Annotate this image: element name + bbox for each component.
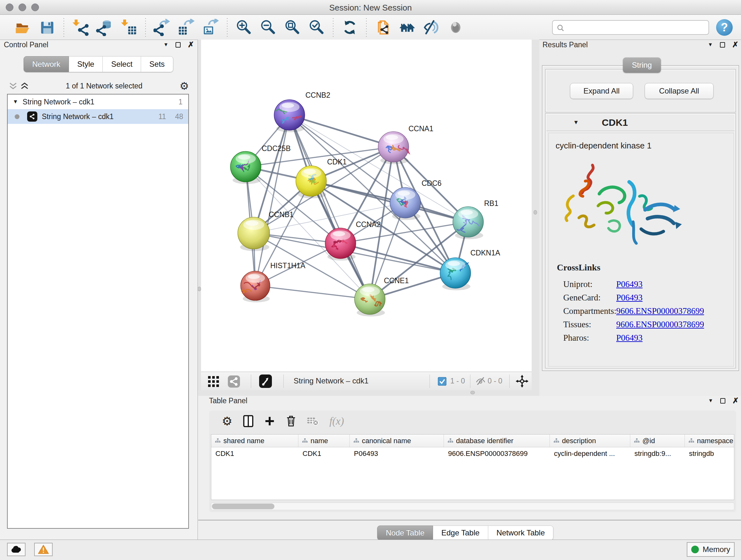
document-share-icon[interactable] xyxy=(374,18,392,37)
crosslink-value-link[interactable]: P06493 xyxy=(616,333,643,343)
expand-all-icon[interactable] xyxy=(20,82,29,90)
network-node-CCNA1[interactable]: CCNA1 xyxy=(378,125,433,164)
search-input[interactable] xyxy=(567,21,704,34)
tab-network-table[interactable]: Network Table xyxy=(488,525,554,540)
zoom-selected-icon[interactable] xyxy=(308,18,326,37)
collapse-panel-icon[interactable]: ▼ xyxy=(708,398,713,403)
crosslink-value-link[interactable]: P06493 xyxy=(616,293,643,303)
gear-icon[interactable]: ⚙ xyxy=(179,81,189,91)
table-cell[interactable]: stringdb xyxy=(685,449,741,458)
export-image-icon[interactable] xyxy=(202,18,219,37)
network-edge[interactable] xyxy=(289,115,370,299)
fit-selected-crosshair-icon[interactable] xyxy=(515,374,529,388)
entry-header[interactable]: ▼ CDK1 xyxy=(546,114,735,131)
crosslink-value-link[interactable]: 9606.ENSP00000378699 xyxy=(616,306,704,316)
birdseye-view-icon[interactable] xyxy=(259,374,272,388)
table-cell[interactable]: P06493 xyxy=(350,449,444,458)
entry-expander-icon[interactable]: ▼ xyxy=(573,119,579,126)
network-canvas[interactable]: CCNB2 CCNA1 CDC25B CDK1 CDC6 RB1 CCNB1 C… xyxy=(201,40,532,372)
column-header--id[interactable]: @id xyxy=(630,435,685,447)
float-panel-icon[interactable] xyxy=(720,42,725,48)
crosslink-value-link[interactable]: P06493 xyxy=(616,279,643,289)
export-network-icon[interactable] xyxy=(153,18,171,37)
network-node-RB1[interactable]: RB1 xyxy=(453,199,498,239)
show-panel-icon[interactable] xyxy=(447,18,465,37)
float-panel-icon[interactable] xyxy=(176,42,181,48)
tab-edge-table[interactable]: Edge Table xyxy=(433,525,488,540)
homes-icon[interactable] xyxy=(398,18,416,37)
collapse-all-button[interactable]: Collapse All xyxy=(645,83,714,99)
collapse-panel-icon[interactable]: ▼ xyxy=(708,42,713,48)
splitter-handle[interactable] xyxy=(198,287,201,291)
collapse-panel-icon[interactable]: ▼ xyxy=(163,42,169,48)
grid-view-icon[interactable] xyxy=(208,376,219,387)
network-node-CDK1[interactable]: CDK1 xyxy=(296,158,347,198)
network-edge[interactable] xyxy=(255,286,370,299)
table-cell[interactable]: stringdb:9... xyxy=(630,449,685,458)
column-header-database-identifier[interactable]: database identifier xyxy=(444,435,550,447)
import-table-icon[interactable] xyxy=(120,18,138,37)
network-node-CDC6[interactable]: CDC6 xyxy=(390,179,442,220)
close-panel-icon[interactable]: ✗ xyxy=(732,397,739,405)
tab-sets[interactable]: Sets xyxy=(141,56,173,72)
export-table-icon[interactable] xyxy=(178,18,195,37)
network-edge[interactable] xyxy=(311,181,468,222)
delete-column-icon[interactable] xyxy=(286,415,296,427)
scrollbar-thumb[interactable] xyxy=(212,503,274,509)
network-collection-row[interactable]: ▼ String Network – cdk1 1 xyxy=(8,95,188,109)
tree-expander-icon[interactable]: ▼ xyxy=(13,99,18,105)
tab-select[interactable]: Select xyxy=(103,56,141,72)
memory-button[interactable]: Memory xyxy=(687,542,735,557)
right-splitter[interactable] xyxy=(532,40,539,390)
tab-string[interactable]: String xyxy=(623,57,661,73)
column-header-name[interactable]: name xyxy=(298,435,350,447)
save-icon[interactable] xyxy=(38,18,56,37)
network-graph[interactable]: CCNB2 CCNA1 CDC25B CDK1 CDC6 RB1 CCNB1 C… xyxy=(201,40,532,372)
open-folder-icon[interactable] xyxy=(14,18,32,37)
gear-icon[interactable]: ⚙ xyxy=(222,415,232,427)
table-cell[interactable]: CDK1 xyxy=(298,449,350,458)
splitter-handle[interactable] xyxy=(470,391,475,394)
close-panel-icon[interactable]: ✗ xyxy=(188,41,194,49)
zoom-fit-icon[interactable] xyxy=(283,18,301,37)
left-splitter[interactable] xyxy=(198,40,201,390)
cloud-button[interactable] xyxy=(7,543,25,556)
column-header-namespace[interactable]: namespace xyxy=(685,435,741,447)
table-cell[interactable]: CDK1 xyxy=(211,449,298,458)
table-row[interactable]: CDK1CDK1P064939606.ENSP00000378699cyclin… xyxy=(211,447,734,460)
help-button[interactable]: ? xyxy=(716,19,733,36)
toolbar-separator xyxy=(251,374,251,388)
network-node-CCNB2[interactable]: CCNB2 xyxy=(274,91,330,132)
network-node-CDKN1A[interactable]: CDKN1A xyxy=(440,249,500,290)
import-network-icon[interactable] xyxy=(71,18,89,37)
tab-style[interactable]: Style xyxy=(69,56,103,72)
import-database-icon[interactable] xyxy=(96,18,114,37)
network-edge[interactable] xyxy=(255,115,289,286)
hide-panel-icon[interactable] xyxy=(422,18,441,37)
network-edge[interactable] xyxy=(289,115,394,147)
network-node-HIST1H1A[interactable]: HIST1H1A xyxy=(241,261,306,302)
table-cell[interactable]: 9606.ENSP00000378699 xyxy=(444,449,550,458)
refresh-icon[interactable] xyxy=(341,18,359,37)
column-header-description[interactable]: description xyxy=(550,435,630,447)
column-header-canonical-name[interactable]: canonical name xyxy=(350,435,444,447)
add-column-icon[interactable] xyxy=(264,416,275,427)
show-columns-icon[interactable] xyxy=(243,415,253,427)
zoom-in-icon[interactable] xyxy=(235,18,253,37)
expand-all-button[interactable]: Expand All xyxy=(570,83,633,99)
network-row-selected[interactable]: String Network – cdk1 11 48 xyxy=(8,109,188,124)
selected-checkbox-icon[interactable] xyxy=(438,377,447,386)
horizontal-scrollbar[interactable] xyxy=(211,503,734,510)
close-panel-icon[interactable]: ✗ xyxy=(732,41,738,49)
tab-network[interactable]: Network xyxy=(23,56,69,72)
share-view-icon[interactable] xyxy=(228,375,240,388)
table-cell[interactable]: cyclin-dependent ... xyxy=(550,449,630,458)
column-header-shared-name[interactable]: shared name xyxy=(211,435,298,447)
float-panel-icon[interactable] xyxy=(720,398,725,403)
zoom-out-icon[interactable] xyxy=(259,18,277,37)
warnings-button[interactable] xyxy=(34,543,53,556)
tab-node-table[interactable]: Node Table xyxy=(377,525,433,540)
collapse-all-icon[interactable] xyxy=(9,82,17,90)
crosslink-value-link[interactable]: 9606.ENSP00000378699 xyxy=(616,320,704,329)
splitter-handle[interactable] xyxy=(534,210,537,214)
